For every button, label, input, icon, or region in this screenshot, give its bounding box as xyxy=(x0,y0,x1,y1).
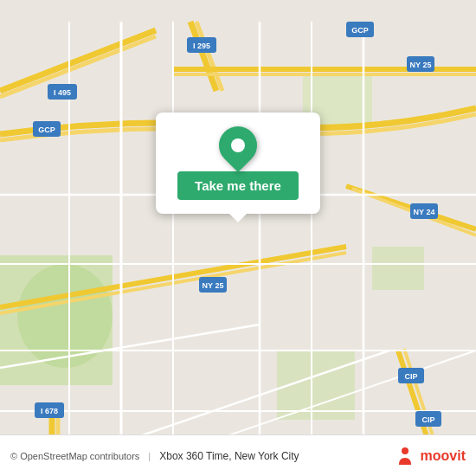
moovit-text: moovit xyxy=(421,448,466,464)
svg-rect-3 xyxy=(372,247,424,290)
svg-text:I 678: I 678 xyxy=(41,407,58,415)
svg-text:GCP: GCP xyxy=(38,125,55,134)
location-pin-icon xyxy=(211,119,265,172)
svg-point-53 xyxy=(402,447,408,454)
svg-line-5 xyxy=(0,30,156,91)
location-popup: Take me there xyxy=(156,113,320,214)
svg-text:I 495: I 495 xyxy=(54,88,71,97)
map-roads: I 495 I 295 GCP NY 25 GCP NY 24 NY 25 I … xyxy=(0,0,476,476)
pin-icon-wrap xyxy=(173,126,303,164)
svg-text:I 295: I 295 xyxy=(193,42,210,50)
svg-text:GCP: GCP xyxy=(351,26,369,35)
svg-text:NY 24: NY 24 xyxy=(414,208,435,216)
moovit-logo: moovit xyxy=(393,444,466,468)
bottom-left-info: © OpenStreetMap contributors | Xbox 360 … xyxy=(10,450,299,462)
location-pin-dot xyxy=(231,138,245,152)
separator: | xyxy=(148,451,151,461)
bottom-bar: © OpenStreetMap contributors | Xbox 360 … xyxy=(0,434,476,476)
svg-line-7 xyxy=(190,22,216,91)
svg-text:CIP: CIP xyxy=(404,372,417,381)
svg-text:CIP: CIP xyxy=(421,415,434,424)
map-attribution: © OpenStreetMap contributors xyxy=(10,451,139,461)
location-label: Xbox 360 Time, New York City xyxy=(159,450,299,462)
svg-line-6 xyxy=(0,36,156,97)
svg-text:NY 25: NY 25 xyxy=(410,61,432,69)
moovit-icon xyxy=(393,444,417,468)
take-me-there-button[interactable]: Take me there xyxy=(177,171,299,200)
svg-text:NY 25: NY 25 xyxy=(203,281,224,290)
map-container: I 495 I 295 GCP NY 25 GCP NY 24 NY 25 I … xyxy=(0,0,476,476)
